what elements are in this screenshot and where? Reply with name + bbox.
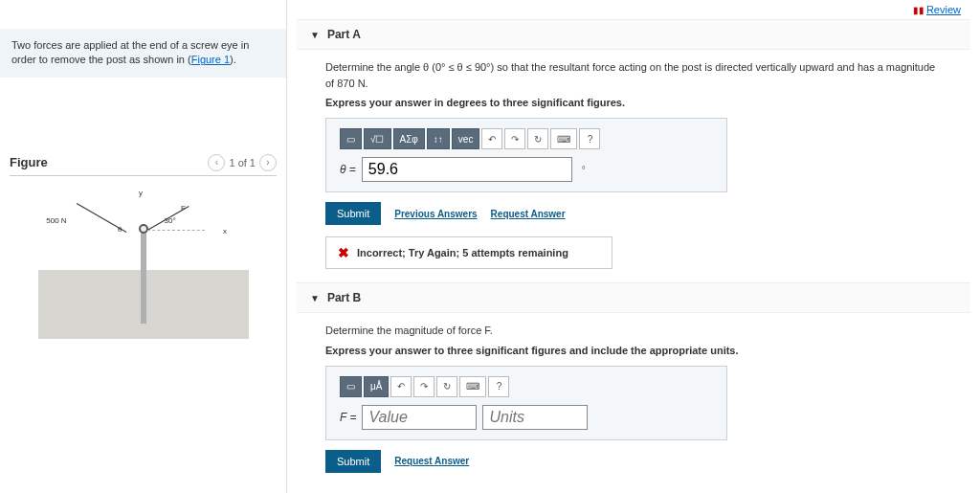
caret-down-icon: ▼ [310,30,320,40]
problem-statement: Two forces are applied at the end of a s… [0,29,286,78]
vec-button[interactable]: vec [452,128,480,149]
figure-angle-label: 30° [165,216,176,225]
part-b-header[interactable]: ▼ Part B [297,282,970,313]
reset-button[interactable]: ↻ [436,376,457,397]
part-a-answer-input[interactable] [362,157,572,182]
figure-counter: 1 of 1 [229,157,256,168]
part-b-prompt: Determine the magnitude of force F. [325,323,942,339]
figure-nav: ‹ 1 of 1 › [208,154,277,171]
problem-text-after: ). [230,54,236,65]
figure-force-label: 500 N [46,216,66,225]
sqrt-button[interactable]: √☐ [364,128,391,149]
figure-header: Figure ‹ 1 of 1 › [10,154,277,176]
part-a-previous-answers-link[interactable]: Previous Answers [394,209,477,219]
figure-y-label: y [139,189,143,197]
review-icon: ▮▮ [913,5,924,15]
incorrect-icon: ✖ [338,245,349,260]
part-b-answer-box: ▭ μÅ ↶ ↷ ↻ ⌨ ? F = [325,366,727,440]
part-b-title: Part B [327,291,361,304]
figure-link[interactable]: Figure 1 [191,54,230,65]
help-button[interactable]: ? [488,376,509,397]
part-a-toolbar: ▭ √☐ ΑΣφ ↕↑ vec ↶ ↷ ↻ ⌨ ? [340,128,713,149]
redo-button[interactable]: ↷ [504,128,525,149]
part-a-title: Part A [327,28,361,41]
part-b-body: Determine the magnitude of force F. Expr… [297,313,970,482]
part-b-var-label: F = [340,411,356,424]
part-a-body: Determine the angle θ (0° ≤ θ ≤ 90°) so … [297,50,970,279]
part-b-instruction: Express your answer to three significant… [325,345,942,356]
undo-button[interactable]: ↶ [390,376,412,397]
figure-x-label: x [223,227,227,235]
units-button[interactable]: μÅ [364,376,389,397]
figure-image: 500 N F 30° y x θ [38,186,249,339]
help-button[interactable]: ? [579,128,600,149]
keyboard-button[interactable]: ⌨ [550,128,577,149]
part-a-header[interactable]: ▼ Part A [297,19,970,50]
figure-prev-button[interactable]: ‹ [208,154,225,171]
greek-button[interactable]: ΑΣφ [393,128,425,149]
part-a-var-label: θ = [340,163,356,176]
figure-theta-label: θ [118,225,122,234]
redo-button[interactable]: ↷ [413,376,434,397]
template-button[interactable]: ▭ [340,376,362,397]
part-a-feedback-text: Incorrect; Try Again; 5 attempts remaini… [357,247,568,258]
part-b-toolbar: ▭ μÅ ↶ ↷ ↻ ⌨ ? [340,376,713,397]
subscript-button[interactable]: ↕↑ [427,128,450,149]
undo-button[interactable]: ↶ [481,128,502,149]
part-a-request-answer-link[interactable]: Request Answer [491,209,566,219]
reset-button[interactable]: ↻ [527,128,548,149]
part-a-prompt: Determine the angle θ (0° ≤ θ ≤ 90°) so … [325,59,942,91]
part-b-submit-button[interactable]: Submit [325,450,381,473]
figure-title: Figure [10,155,48,169]
review-link[interactable]: Review [926,4,961,15]
part-b-units-input[interactable] [482,405,588,430]
part-a-instruction: Express your answer in degrees to three … [325,97,942,108]
template-button[interactable]: ▭ [340,128,362,149]
part-a-unit-label: ° [582,165,586,175]
part-b-request-answer-link[interactable]: Request Answer [394,456,469,466]
part-a-answer-box: ▭ √☐ ΑΣφ ↕↑ vec ↶ ↷ ↻ ⌨ ? θ = ° [325,118,727,192]
caret-down-icon: ▼ [310,293,320,303]
part-a-submit-button[interactable]: Submit [325,202,381,225]
part-a-feedback: ✖ Incorrect; Try Again; 5 attempts remai… [325,236,612,269]
figure-f-label: F [181,204,186,213]
part-b-value-input[interactable] [362,405,477,430]
figure-next-button[interactable]: › [259,154,277,171]
keyboard-button[interactable]: ⌨ [459,376,486,397]
